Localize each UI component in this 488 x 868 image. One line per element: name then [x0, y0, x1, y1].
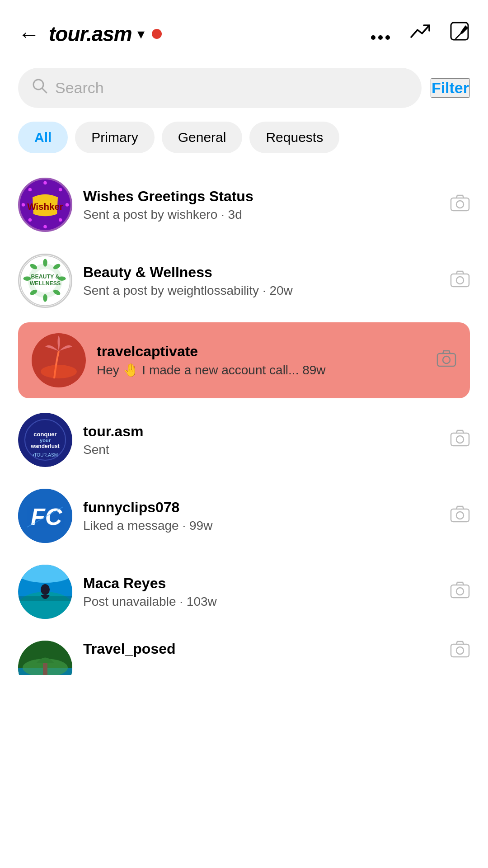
avatar-travel-posed: [18, 641, 72, 675]
svg-point-0: [371, 35, 375, 40]
conversation-item-tourasm[interactable]: conquer your wanderlust •TOUR.ASM tour.a…: [0, 402, 488, 478]
svg-point-10: [22, 203, 25, 206]
search-container: Search Filter: [0, 59, 488, 113]
avatar-funnyclips: FC: [18, 489, 72, 543]
svg-point-12: [28, 188, 32, 191]
svg-point-35: [41, 365, 77, 378]
svg-rect-36: [437, 354, 455, 366]
tab-requests[interactable]: Requests: [249, 122, 339, 153]
conv-info-tourasm: tour.asm Sent: [83, 423, 441, 457]
camera-icon-travelcaptivate: [436, 350, 456, 371]
header: ← tour.asm ▾: [0, 0, 488, 59]
conv-info-travel-posed: Travel_posed: [83, 641, 441, 660]
camera-icon-funnyclips: [450, 505, 470, 527]
svg-point-15: [59, 218, 62, 222]
more-options-icon[interactable]: [371, 23, 390, 45]
svg-point-9: [43, 225, 47, 228]
tab-general[interactable]: General: [162, 122, 243, 153]
conv-preview-funnyclips: Liked a message · 99w: [83, 519, 441, 533]
svg-point-1: [378, 35, 383, 40]
svg-line-6: [42, 88, 47, 93]
conversation-item-wishker[interactable]: Wishker Wishes Greetings Status Sent a p…: [0, 167, 488, 243]
filter-button[interactable]: Filter: [431, 78, 470, 98]
svg-text:wanderlust: wanderlust: [30, 443, 59, 449]
svg-text:your: your: [40, 438, 51, 443]
conv-name-wishker: Wishes Greetings Status: [83, 188, 441, 205]
search-icon: [32, 78, 48, 98]
svg-rect-44: [451, 433, 469, 446]
tab-all[interactable]: All: [18, 122, 68, 153]
chevron-down-icon[interactable]: ▾: [137, 25, 145, 42]
svg-rect-17: [451, 198, 469, 211]
search-bar[interactable]: Search: [18, 68, 422, 108]
svg-text:BEAUTY &: BEAUTY &: [31, 274, 60, 280]
camera-icon-tourasm: [450, 429, 470, 451]
conversation-item-beauty[interactable]: BEAUTY & WELLNESS Beauty & Wellness Sent…: [0, 243, 488, 319]
svg-rect-55: [18, 565, 72, 583]
account-title: tour.asm: [49, 22, 132, 46]
live-dot: [152, 29, 162, 39]
conversation-item-funnyclips[interactable]: FC funnyclips078 Liked a message · 99w: [0, 478, 488, 554]
svg-point-14: [28, 218, 32, 222]
avatar-beauty: BEAUTY & WELLNESS: [18, 254, 72, 308]
camera-icon-wishker: [450, 194, 470, 216]
svg-point-50: [456, 512, 464, 519]
conv-preview-maca: Post unavailable · 103w: [83, 594, 441, 609]
svg-text:Wishker: Wishker: [27, 201, 63, 212]
svg-text:conquer: conquer: [33, 431, 56, 438]
svg-point-2: [385, 35, 390, 40]
svg-rect-61: [43, 663, 47, 675]
svg-point-57: [456, 588, 464, 595]
svg-text:WELLNESS: WELLNESS: [30, 280, 61, 287]
conv-name-travelcaptivate: travelcaptivate: [97, 343, 427, 360]
avatar-maca: [18, 565, 72, 619]
conv-info-beauty: Beauty & Wellness Sent a post by weightl…: [83, 264, 441, 298]
avatar-travelcaptivate: [32, 333, 86, 387]
search-placeholder: Search: [55, 79, 104, 97]
svg-point-18: [456, 201, 464, 208]
conv-preview-beauty: Sent a post by weightlossability · 20w: [83, 283, 441, 298]
conv-name-funnyclips: funnyclips078: [83, 499, 441, 516]
svg-rect-49: [451, 509, 469, 522]
tab-primary[interactable]: Primary: [75, 122, 154, 153]
avatar-wishker: Wishker: [18, 178, 72, 232]
svg-point-8: [43, 181, 47, 184]
svg-point-33: [456, 277, 464, 284]
svg-rect-32: [451, 274, 469, 287]
tabs-container: All Primary General Requests: [0, 113, 488, 162]
camera-icon-beauty: [450, 270, 470, 292]
conv-preview-tourasm: Sent: [83, 443, 441, 457]
conv-info-maca: Maca Reyes Post unavailable · 103w: [83, 575, 441, 609]
svg-point-26: [43, 294, 47, 302]
svg-point-63: [456, 647, 464, 654]
svg-point-22: [43, 259, 47, 267]
trending-icon[interactable]: [410, 23, 430, 45]
svg-point-54: [41, 584, 50, 595]
svg-rect-56: [451, 585, 469, 598]
conv-preview-travelcaptivate: Hey 🤚 I made a new account call... 89w: [97, 363, 427, 377]
conv-info-funnyclips: funnyclips078 Liked a message · 99w: [83, 499, 441, 533]
svg-rect-3: [451, 23, 468, 40]
camera-icon-maca: [450, 581, 470, 603]
conv-info-wishker: Wishes Greetings Status Sent a post by w…: [83, 188, 441, 222]
svg-point-11: [66, 203, 69, 206]
camera-icon-travel-posed: [450, 641, 470, 662]
conv-info-travelcaptivate: travelcaptivate Hey 🤚 I made a new accou…: [97, 343, 427, 377]
conversation-item-travelcaptivate[interactable]: travelcaptivate Hey 🤚 I made a new accou…: [18, 322, 470, 398]
svg-text:FC: FC: [31, 504, 63, 530]
conversation-item-travel-posed[interactable]: Travel_posed: [0, 630, 488, 675]
conversation-item-maca[interactable]: Maca Reyes Post unavailable · 103w: [0, 554, 488, 630]
svg-point-13: [59, 188, 62, 191]
conv-name-beauty: Beauty & Wellness: [83, 264, 441, 281]
header-actions: [371, 22, 470, 46]
avatar-tourasm: conquer your wanderlust •TOUR.ASM: [18, 413, 72, 467]
conv-name-travel-posed: Travel_posed: [83, 641, 441, 657]
conv-name-maca: Maca Reyes: [83, 575, 441, 592]
svg-point-45: [456, 436, 464, 443]
conv-name-tourasm: tour.asm: [83, 423, 441, 440]
svg-point-37: [443, 356, 450, 363]
conv-preview-wishker: Sent a post by wishkero · 3d: [83, 208, 441, 222]
svg-text:•TOUR.ASM: •TOUR.ASM: [33, 453, 58, 458]
back-button[interactable]: ←: [18, 22, 40, 47]
compose-icon[interactable]: [450, 22, 470, 46]
